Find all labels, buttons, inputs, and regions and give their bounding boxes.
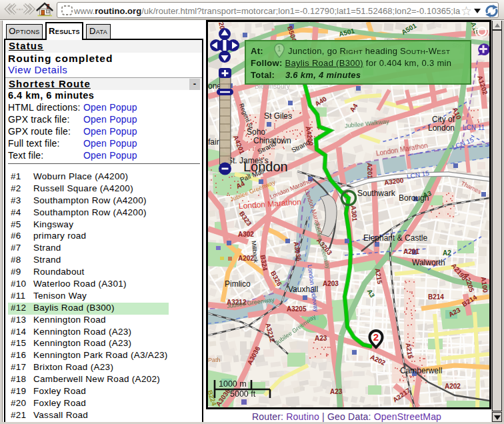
svg-text:Pimlico: Pimlico [225,279,251,289]
svg-text:St Giles: St Giles [264,111,292,121]
svg-text:A202: A202 [445,383,461,390]
svg-text:A23: A23 [315,335,327,342]
svg-text:A302: A302 [238,231,254,238]
svg-text:Walworth: Walworth [412,258,445,267]
svg-text:A201: A201 [366,163,374,179]
svg-text:1: 1 [277,45,281,53]
svg-text:1000 m: 1000 m [219,379,247,389]
svg-text:Camberwell: Camberwell [400,366,442,375]
svg-text:Southwark: Southwark [357,189,396,198]
svg-text:A3205: A3205 [287,305,307,313]
svg-text:A2: A2 [443,249,451,257]
svg-text:A203: A203 [323,280,339,287]
svg-text:London: London [428,123,455,133]
svg-text:St. James's: St. James's [227,156,269,165]
svg-text:A202: A202 [238,255,254,262]
svg-text:5000 ft: 5000 ft [230,389,256,399]
svg-text:fair: fair [208,137,219,147]
svg-text:LCN 11: LCN 11 [463,124,485,131]
svg-text:Elephant & Castle: Elephant & Castle [363,233,427,243]
svg-text:Path: Path [208,357,221,363]
svg-text:2: 2 [373,331,379,343]
svg-text:A301: A301 [350,205,359,222]
svg-text:City of: City of [432,115,455,124]
svg-text:A23: A23 [330,388,343,395]
svg-text:A201: A201 [403,248,419,255]
svg-text:××: ×× [19,7,24,11]
svg-text:B214: B214 [428,293,444,301]
